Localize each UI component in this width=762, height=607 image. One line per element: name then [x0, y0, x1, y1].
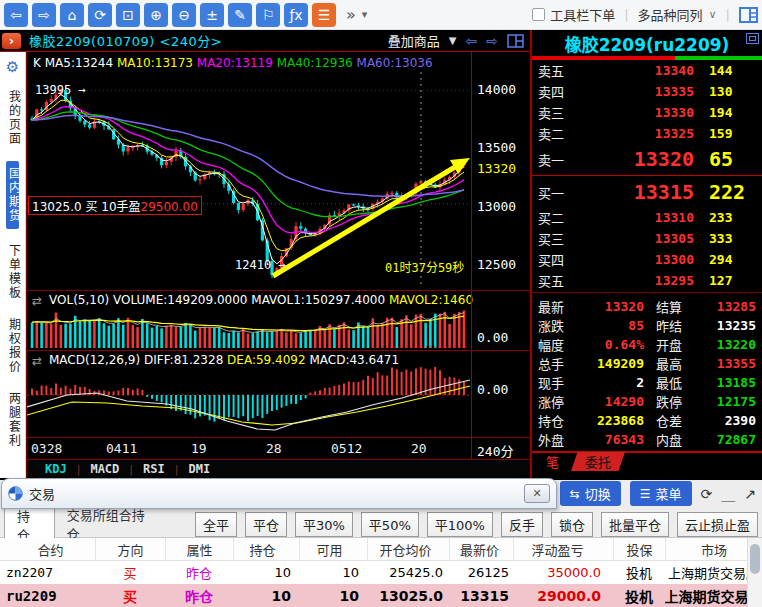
bid-level-row[interactable]: 买五13295127: [532, 270, 762, 291]
forward-button[interactable]: ⇨: [32, 3, 56, 27]
ask-level-row[interactable]: 卖四13335130: [532, 81, 762, 102]
bid-label: 买三: [538, 229, 588, 248]
grid-layout-icon[interactable]: [507, 34, 524, 48]
swap-indicator-icon[interactable]: ⇄: [32, 354, 42, 368]
cell: 10: [299, 584, 367, 607]
period-label[interactable]: 240分: [477, 441, 513, 460]
region-select-button[interactable]: ⊡: [116, 3, 140, 27]
ask-level-row[interactable]: 卖一1332065: [532, 144, 762, 174]
op-button-平30%[interactable]: 平30%: [295, 512, 353, 537]
bid-level-row[interactable]: 买四13300294: [532, 249, 762, 270]
quote-tabs: 笔委托: [532, 451, 762, 470]
table-row[interactable]: ru2209买昨仓101013025.01331529000.0投机上海期货交易…: [0, 584, 762, 607]
stat-label: 最低: [656, 373, 702, 392]
toolbar-more-icon[interactable]: »: [346, 5, 356, 24]
sidebar-item-国内期货[interactable]: 国内期货: [6, 161, 20, 229]
op-button-平仓[interactable]: 平仓: [245, 512, 287, 537]
bid-level-row[interactable]: 买二13310233: [532, 207, 762, 228]
op-button-反手[interactable]: 反手: [501, 512, 543, 537]
op-button-全平[interactable]: 全平: [195, 512, 237, 537]
quote-tab-委托[interactable]: 委托: [571, 452, 625, 471]
op-button-批量平仓[interactable]: 批量平仓: [601, 512, 669, 537]
stat-label: 现手: [538, 373, 584, 392]
bid-level-row[interactable]: 买三13305333: [532, 228, 762, 249]
op-button-平50%[interactable]: 平50%: [361, 512, 419, 537]
column-header[interactable]: 持仓: [233, 538, 299, 560]
column-header[interactable]: 投保: [613, 538, 665, 560]
zoom-in-button[interactable]: ⊕: [144, 3, 168, 27]
candlestick-chart[interactable]: [27, 52, 471, 291]
prev-symbol-icon[interactable]: ⇦: [466, 33, 478, 49]
overlay-caret-icon[interactable]: ▼: [449, 35, 457, 46]
tab-rsi[interactable]: RSI: [133, 462, 175, 476]
switch-icon: ⇆: [570, 487, 580, 501]
zoom-out-button[interactable]: ⊖: [172, 3, 196, 27]
op-button-云止损止盈[interactable]: 云止损止盈: [677, 512, 758, 537]
stat-row: 现手2最低13185: [538, 373, 756, 392]
next-symbol-icon[interactable]: ⇨: [486, 33, 498, 49]
toolbar-separator: |: [726, 7, 730, 22]
multi-symbol-dropdown[interactable]: 多品种同列 ∨: [638, 5, 717, 24]
tab-dmi[interactable]: DMI: [178, 462, 220, 476]
scrollbar-thumb[interactable]: [750, 544, 760, 574]
draw-line-button[interactable]: ✎: [228, 3, 252, 27]
column-header[interactable]: 方向: [95, 538, 165, 560]
quote-tab-笔[interactable]: 笔: [540, 452, 565, 471]
sidebar-item-期权报价[interactable]: 期权报价: [6, 315, 20, 377]
position-line-label[interactable]: 13025.0 买 10手盈29500.00: [28, 196, 202, 215]
refresh-icon[interactable]: ⟳: [701, 486, 713, 502]
ask-level-row[interactable]: 卖二13325159: [532, 123, 762, 144]
price-axis[interactable]: 14000135001332013000125000.000.00240分: [471, 52, 531, 459]
ask-label: 卖四: [538, 82, 588, 101]
op-button-平100%[interactable]: 平100%: [427, 512, 493, 537]
home-button[interactable]: ⌂: [60, 3, 84, 27]
time-axis-label: 0328: [31, 441, 62, 456]
cell: 投机: [613, 584, 665, 607]
cell: 35000.0: [513, 561, 613, 584]
expand-panel-button[interactable]: ›: [2, 33, 21, 49]
stat-label: 外盘: [538, 430, 584, 449]
column-header[interactable]: 开仓均价: [367, 538, 449, 560]
ask-price: 13330: [588, 105, 694, 120]
toolbar-dropdown-icon[interactable]: ▾: [362, 8, 368, 21]
expand-icon[interactable]: ↗: [744, 486, 756, 502]
column-header[interactable]: 合约: [0, 538, 95, 560]
back-button[interactable]: ⇦: [4, 3, 28, 27]
table-row[interactable]: zn2207买昨仓101025425.02612535000.0投机上海期货交易…: [0, 561, 762, 584]
bid-level-row[interactable]: 买一13315222: [532, 177, 762, 207]
trade-window-titlebar[interactable]: 交易 ✕: [1, 478, 557, 509]
close-button[interactable]: ✕: [524, 484, 550, 503]
refresh-button[interactable]: ⟳: [88, 3, 112, 27]
ask-level-row[interactable]: 卖三13330194: [532, 102, 762, 123]
column-header[interactable]: 可用: [299, 538, 367, 560]
tab-macd[interactable]: MACD: [80, 462, 129, 476]
split-layout-icon[interactable]: [739, 7, 758, 23]
minimize-icon[interactable]: ＿: [721, 484, 735, 504]
swap-indicator-icon[interactable]: ⇄: [32, 294, 42, 308]
ask-volume: 159: [694, 126, 756, 141]
overlay-symbol-button[interactable]: 叠加商品: [388, 31, 440, 50]
column-header[interactable]: 浮动盈亏: [513, 538, 613, 560]
formula-button[interactable]: ƒx: [284, 3, 308, 27]
column-header[interactable]: 属性: [165, 538, 233, 560]
sidebar-item-两腿套利[interactable]: 两腿套利: [6, 389, 20, 451]
restore-window-icon[interactable]: [746, 33, 759, 44]
menu-button[interactable]: ☰ 菜单: [630, 481, 692, 506]
table-scrollbar[interactable]: [747, 538, 762, 607]
sidebar-item-下单模板[interactable]: 下单模板: [6, 241, 20, 303]
formula-icon: ƒx: [289, 7, 302, 23]
op-button-锁仓[interactable]: 锁仓: [551, 512, 593, 537]
checkbox-icon[interactable]: [532, 8, 545, 21]
ask-level-row[interactable]: 卖五13340144: [532, 60, 762, 81]
mark-flag-button[interactable]: ⚐: [256, 3, 280, 27]
switch-button[interactable]: ⇆ 切换: [560, 481, 621, 506]
indicator-params-button[interactable]: ±: [200, 3, 224, 27]
toolbar-order-checkbox[interactable]: 工具栏下单: [532, 5, 615, 24]
tab-kdj[interactable]: KDJ: [35, 462, 77, 476]
quote-list-button[interactable]: ☰: [312, 3, 336, 27]
bid-label: 买四: [538, 250, 588, 269]
column-header[interactable]: 最新价: [449, 538, 513, 560]
gear-icon[interactable]: ⚙: [6, 60, 19, 75]
sidebar-item-我的页面[interactable]: 我的页面: [6, 87, 20, 149]
low-price-label: 12410 →: [235, 258, 286, 272]
